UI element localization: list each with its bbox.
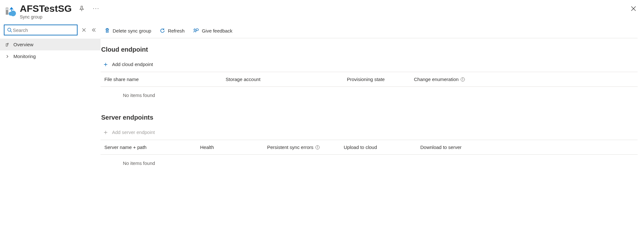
button-label: Give feedback	[202, 28, 232, 33]
page-header: AFSTestSG ··· Sync group	[0, 0, 644, 22]
button-label: Refresh	[168, 28, 185, 33]
feedback-icon	[193, 28, 199, 33]
svg-point-4	[9, 12, 12, 16]
button-label: Add server endpoint	[112, 130, 155, 135]
chevron-right-icon	[4, 55, 10, 58]
svg-point-8	[8, 28, 11, 31]
search-input[interactable]	[12, 27, 74, 33]
column-header[interactable]: Download to server	[420, 144, 636, 150]
delete-sync-group-button[interactable]: Delete sync group	[104, 26, 152, 35]
svg-point-19	[317, 146, 318, 146]
column-header[interactable]: Upload to cloud	[344, 144, 420, 150]
svg-rect-1	[6, 8, 8, 9]
feedback-button[interactable]: Give feedback	[192, 26, 233, 35]
svg-point-13	[194, 29, 196, 31]
main-content: Delete sync group Refresh	[101, 22, 644, 237]
add-cloud-endpoint-button[interactable]: ＋ Add cloud endpoint	[101, 58, 638, 72]
plus-icon: ＋	[102, 61, 109, 67]
column-header[interactable]: Persistent sync errors	[267, 144, 344, 150]
sidebar: Overview Monitoring	[0, 22, 101, 237]
add-server-endpoint-button: ＋ Add server endpoint	[101, 126, 638, 140]
column-header[interactable]: Provisioning state	[347, 77, 414, 82]
search-icon	[7, 27, 12, 33]
sidebar-item-label: Overview	[13, 42, 34, 47]
column-header[interactable]: Server name + path	[104, 144, 200, 150]
refresh-button[interactable]: Refresh	[159, 26, 185, 35]
button-label: Delete sync group	[113, 28, 151, 33]
cloud-table-header: File share name Storage account Provisio…	[101, 72, 638, 87]
column-header[interactable]: Storage account	[226, 77, 347, 82]
server-table-header: Server name + path Health Persistent syn…	[101, 140, 638, 155]
refresh-icon	[160, 28, 165, 33]
clear-search-button[interactable]	[81, 27, 87, 33]
sidebar-item-label: Monitoring	[13, 54, 36, 59]
cloud-empty-text: No items found	[101, 87, 638, 98]
svg-rect-12	[6, 44, 7, 46]
resource-icon	[4, 3, 18, 17]
button-label: Add cloud endpoint	[112, 62, 153, 67]
close-button[interactable]	[628, 3, 639, 14]
trash-icon	[104, 28, 110, 33]
collapse-sidebar-button[interactable]	[90, 26, 97, 33]
sidebar-item-monitoring[interactable]: Monitoring	[0, 50, 101, 62]
server-empty-text: No items found	[101, 155, 638, 166]
column-header[interactable]: Health	[200, 144, 267, 150]
svg-line-9	[11, 31, 12, 32]
info-icon[interactable]	[315, 145, 320, 150]
cloud-section-title: Cloud endpoint	[101, 46, 638, 53]
server-section-title: Server endpoints	[101, 114, 638, 121]
overview-icon	[4, 42, 10, 47]
resource-type-label: Sync group	[20, 14, 101, 19]
svg-point-16	[463, 78, 463, 78]
more-button[interactable]: ···	[92, 4, 101, 13]
pin-button[interactable]	[78, 4, 86, 13]
plus-icon: ＋	[102, 129, 109, 135]
column-header[interactable]: File share name	[104, 77, 226, 82]
info-icon[interactable]	[461, 77, 465, 82]
search-box[interactable]	[4, 25, 78, 35]
toolbar: Delete sync group Refresh	[101, 25, 638, 38]
sidebar-item-overview[interactable]: Overview	[0, 39, 101, 50]
page-title: AFSTestSG	[20, 3, 72, 14]
column-header[interactable]: Change enumeration	[414, 77, 636, 82]
svg-rect-2	[6, 9, 8, 10]
